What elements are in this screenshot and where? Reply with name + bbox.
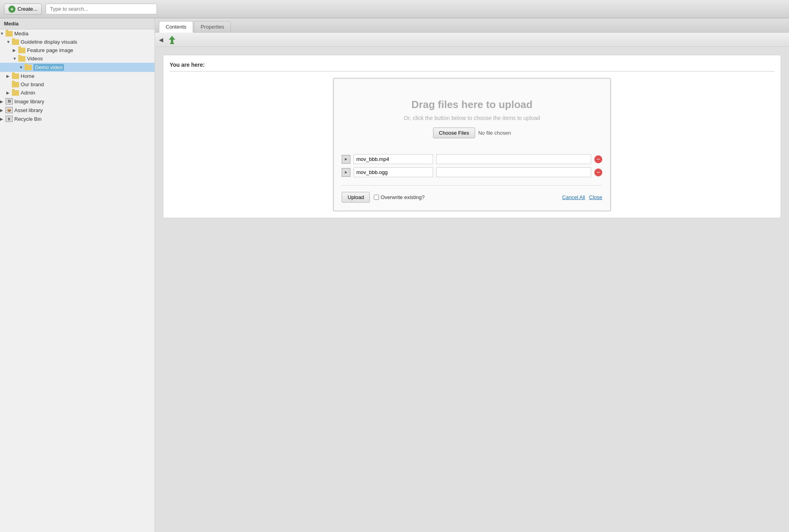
file-title-input-1[interactable]	[436, 154, 591, 164]
sidebar: Media ▼Media▼Guideline display visuals▶F…	[0, 18, 155, 532]
tree-container: ▼Media▼Guideline display visuals▶Feature…	[0, 29, 155, 123]
content-area: Contents Properties ◀ You are here:	[155, 18, 789, 532]
file-type-icon-2: ▶	[342, 168, 350, 177]
toolbar: ◀	[155, 33, 789, 47]
choose-files-row: Choose Files No file chosen	[342, 128, 602, 138]
svg-marker-0	[169, 36, 175, 43]
you-are-here: You are here:	[170, 62, 774, 72]
tree-arrow-guideline: ▼	[6, 40, 12, 44]
folder-icon-feature-page	[18, 48, 25, 53]
folder-icon-guideline	[12, 39, 19, 45]
folder-icon-demo-video	[25, 65, 32, 70]
overwrite-label[interactable]: Overwrite existing?	[374, 194, 425, 200]
remove-file-button-1[interactable]: −	[594, 155, 602, 163]
tab-contents[interactable]: Contents	[159, 21, 193, 33]
tree-label-videos: Videos	[27, 56, 43, 62]
close-button[interactable]: Close	[589, 194, 602, 200]
sidebar-header: Media	[0, 18, 155, 29]
sidebar-item-asset-library[interactable]: ▶📦Asset library	[0, 106, 155, 114]
file-title-input-2[interactable]	[436, 167, 591, 177]
sidebar-item-demo-video[interactable]: ▼Demo video	[0, 63, 155, 72]
drag-title: Drag files here to upload	[342, 99, 602, 111]
toolbar-back-arrow[interactable]: ◀	[159, 37, 163, 43]
tree-label-feature-page: Feature page image	[27, 47, 73, 53]
tree-arrow-asset-library: ▶	[0, 108, 6, 112]
folder-icon-media-root	[6, 31, 13, 37]
special-icon-image-library: 🖼	[6, 98, 13, 104]
create-button[interactable]: + Create...	[4, 4, 42, 15]
choose-files-button[interactable]: Choose Files	[433, 128, 475, 138]
sidebar-item-image-library[interactable]: ▶🖼Image library	[0, 97, 155, 106]
tree-arrow-admin: ▶	[6, 91, 12, 95]
tree-label-our-brand: Our brand	[21, 81, 44, 87]
content-panel: You are here: Drag files here to upload …	[155, 47, 789, 532]
tree-arrow-feature-page: ▶	[13, 48, 18, 52]
special-icon-asset-library: 📦	[6, 107, 13, 113]
bottom-right: Cancel All Close	[562, 194, 602, 200]
sidebar-item-recycle-bin[interactable]: ▶🗑Recycle Bin	[0, 114, 155, 123]
upload-dialog-wrapper: You are here: Drag files here to upload …	[163, 55, 781, 218]
tree-arrow-image-library: ▶	[0, 99, 6, 104]
file-name-input-1[interactable]	[354, 154, 433, 164]
upload-button[interactable]: Upload	[342, 192, 370, 203]
sidebar-item-videos[interactable]: ▼Videos	[0, 54, 155, 63]
search-input[interactable]	[46, 4, 157, 14]
svg-rect-1	[170, 43, 174, 44]
tree-label-admin: Admin	[21, 90, 35, 96]
upload-icon-button[interactable]	[166, 34, 178, 45]
drag-drop-area[interactable]: Drag files here to upload Or, click the …	[342, 91, 602, 146]
file-name-input-2[interactable]	[354, 167, 433, 177]
dialog-bottom: Upload Overwrite existing? Cancel All Cl…	[342, 185, 602, 203]
drag-subtitle: Or, click the button below to choose the…	[342, 115, 602, 121]
tab-bar: Contents Properties	[155, 18, 789, 33]
tree-arrow-media-root: ▼	[0, 31, 6, 36]
overwrite-checkbox[interactable]	[374, 195, 379, 200]
tab-properties[interactable]: Properties	[194, 21, 231, 32]
tree-arrow-videos: ▼	[13, 56, 18, 61]
tree-arrow-home: ▶	[6, 74, 12, 78]
folder-icon-admin	[12, 90, 19, 96]
folder-icon-videos	[18, 56, 25, 62]
sidebar-item-guideline[interactable]: ▼Guideline display visuals	[0, 38, 155, 46]
sidebar-item-home[interactable]: ▶Home	[0, 72, 155, 80]
tree-label-image-library: Image library	[14, 99, 44, 104]
create-label: Create...	[17, 6, 37, 12]
tree-label-demo-video: Demo video	[33, 64, 64, 71]
tree-label-asset-library: Asset library	[14, 107, 43, 113]
sidebar-item-media-root[interactable]: ▼Media	[0, 29, 155, 38]
sidebar-item-admin[interactable]: ▶Admin	[0, 89, 155, 97]
top-bar: + Create...	[0, 0, 789, 18]
upload-dialog: Drag files here to upload Or, click the …	[333, 78, 611, 211]
file-row-2: ▶−	[342, 167, 602, 177]
no-file-text: No file chosen	[478, 130, 511, 136]
sidebar-item-feature-page[interactable]: ▶Feature page image	[0, 46, 155, 54]
remove-file-button-2[interactable]: −	[594, 168, 602, 176]
tree-label-recycle-bin: Recycle Bin	[14, 116, 42, 122]
tree-label-media-root: Media	[14, 31, 28, 37]
sidebar-item-our-brand[interactable]: Our brand	[0, 80, 155, 89]
tree-label-guideline: Guideline display visuals	[21, 39, 77, 45]
tree-arrow-demo-video: ▼	[19, 65, 25, 70]
file-type-icon-1: ▶	[342, 155, 350, 164]
bottom-left: Upload Overwrite existing?	[342, 192, 425, 203]
folder-icon-home	[12, 74, 19, 79]
folder-icon-our-brand	[12, 82, 19, 87]
tree-arrow-recycle-bin: ▶	[0, 117, 6, 121]
main-layout: Media ▼Media▼Guideline display visuals▶F…	[0, 18, 789, 532]
file-list: ▶−▶−	[342, 154, 602, 177]
special-icon-recycle-bin: 🗑	[6, 116, 13, 122]
tree-label-home: Home	[21, 73, 35, 79]
create-icon: +	[8, 6, 15, 13]
file-row-1: ▶−	[342, 154, 602, 164]
upload-arrow-icon	[166, 34, 178, 45]
cancel-all-button[interactable]: Cancel All	[562, 194, 585, 200]
